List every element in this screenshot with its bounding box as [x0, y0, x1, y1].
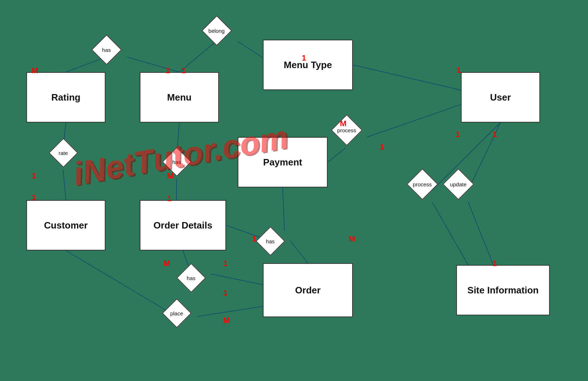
card-1-menu-has-left: 1	[166, 66, 170, 75]
entity-order-details: Order Details	[140, 200, 226, 251]
card-m-menu-has2: M	[167, 171, 174, 181]
diamond-has4: has	[176, 263, 206, 293]
card-1-siteinfo-update: 1	[493, 259, 497, 268]
card-1-menutype-belong: 1	[302, 53, 306, 63]
card-1-customer-rate: 1	[32, 193, 36, 202]
diamond-process2: process	[407, 168, 438, 200]
svg-line-4	[353, 65, 461, 90]
card-m-order-has4: M	[163, 259, 170, 268]
card-1-user-process2: 1	[455, 130, 460, 139]
svg-line-15	[211, 274, 263, 285]
diamond-has3: has	[256, 226, 285, 256]
diamond-process1: process	[331, 114, 363, 146]
card-1-user-menutype: 1	[457, 66, 461, 75]
card-1-orderdetails-has3: 1	[252, 234, 256, 244]
entity-rating: Rating	[26, 72, 106, 123]
svg-line-20	[432, 202, 468, 265]
svg-line-12	[290, 241, 308, 263]
card-m-order-has3: M	[349, 234, 355, 244]
svg-line-17	[197, 306, 263, 316]
diamond-belong: belong	[202, 15, 232, 46]
entity-order: Order	[263, 263, 353, 317]
card-1-user-update: 1	[493, 130, 497, 139]
svg-line-0	[66, 57, 106, 72]
card-1-menu-has-right: 1	[181, 66, 186, 75]
entity-payment: Payment	[238, 137, 328, 187]
entity-user: User	[461, 72, 540, 123]
diamond-place: place	[162, 298, 192, 328]
svg-line-9	[328, 148, 346, 162]
entity-customer: Customer	[26, 200, 106, 251]
entity-site-information: Site Information	[456, 265, 550, 315]
card-m-customer-place: M	[223, 316, 230, 325]
diamond-has1: has	[91, 35, 122, 65]
entity-menu-type: Menu Type	[263, 40, 353, 90]
svg-line-10	[367, 105, 461, 137]
card-1-orderdetails-has4: 1	[223, 259, 228, 268]
card-1-place-order: 1	[223, 288, 228, 298]
diamond-update: update	[443, 168, 474, 200]
card-1-orderdetails-has2: 1	[167, 194, 171, 203]
svg-line-6	[63, 170, 66, 200]
card-1-rating-rate: 1	[32, 171, 36, 181]
diamond-rate: rate	[49, 138, 78, 168]
svg-line-1	[127, 57, 179, 72]
card-m-rating-has: M	[32, 66, 38, 75]
diamond-has2: has	[162, 147, 192, 177]
card-1-user-process: 1	[380, 142, 384, 152]
svg-line-21	[468, 202, 493, 265]
entity-menu: Menu	[140, 72, 219, 123]
card-m-payment-process: M	[340, 119, 346, 128]
svg-line-3	[238, 41, 263, 58]
svg-line-13	[283, 187, 284, 231]
svg-line-16	[66, 251, 176, 316]
